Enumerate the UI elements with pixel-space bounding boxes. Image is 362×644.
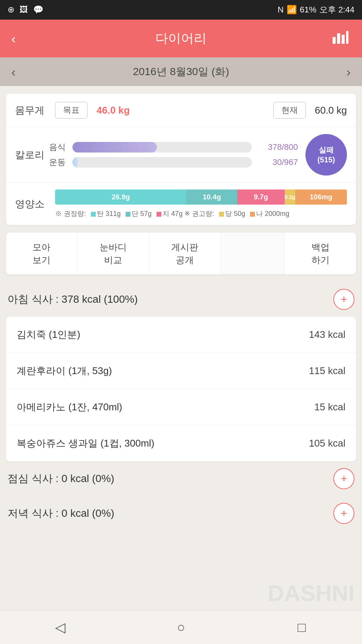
recents-nav-button[interactable]: □	[287, 616, 317, 639]
home-nav-button[interactable]: ○	[166, 616, 196, 639]
current-date: 2016년 8월30일 (화)	[133, 65, 229, 79]
dinner-title: 저녁 식사 : 0 kcal (0%)	[8, 506, 114, 521]
goal-button[interactable]: 목표	[55, 102, 87, 119]
meal-item-name: 계란후라이 (1개, 53g)	[17, 364, 112, 377]
lunch-header: 점심 식사 : 0 kcal (0%) +	[6, 461, 356, 496]
food-calorie-nums: 378/800	[256, 142, 298, 152]
meal-item-name: 복숭아쥬스 생과일 (1컵, 300ml)	[17, 437, 155, 450]
next-date-button[interactable]: ›	[347, 65, 351, 79]
backup-button[interactable]: 백업하기	[285, 233, 356, 274]
nutrition-label: 영양소	[15, 197, 49, 211]
current-button[interactable]: 현재	[273, 102, 306, 119]
carb-bar: 26.9g	[55, 190, 186, 205]
current-value: 60.0 kg	[315, 105, 347, 116]
app-header: ‹ 다이어리	[0, 20, 362, 57]
empty-button	[221, 233, 285, 274]
board-public-button[interactable]: 게시판공개	[149, 233, 221, 274]
calorie-label: 칼로리	[15, 148, 49, 162]
weight-row: 몸무게 목표 46.0 kg 현재 60.0 kg	[6, 94, 356, 127]
food-bar-container	[72, 142, 252, 153]
sugar-bar: 0.2g	[285, 190, 295, 205]
breakfast-add-button[interactable]: +	[333, 289, 354, 310]
lunch-title: 점심 식사 : 0 kcal (0%)	[8, 471, 114, 486]
meal-item[interactable]: 복숭아쥬스 생과일 (1컵, 300ml) 105 kcal	[6, 425, 356, 461]
weight-label: 몸무게	[15, 104, 49, 117]
meal-item[interactable]: 계란후라이 (1개, 53g) 115 kcal	[6, 353, 356, 389]
meal-item-name: 아메리카노 (1잔, 470ml)	[17, 401, 122, 414]
calorie-content: 음식 378/800 운동 30/967	[49, 142, 298, 168]
chart-button[interactable]	[332, 29, 351, 48]
svg-rect-1	[337, 33, 340, 44]
summary-card: 몸무게 목표 46.0 kg 현재 60.0 kg 칼로리 음식 378/800…	[6, 94, 356, 225]
exercise-calorie-nums: 30/967	[256, 157, 298, 167]
collect-view-button[interactable]: 모아보기	[6, 233, 78, 274]
svg-rect-2	[342, 35, 345, 44]
meal-item-kcal: 15 kcal	[314, 401, 345, 413]
exercise-calorie-item: 운동 30/967	[49, 157, 298, 168]
circle-value: (515)	[318, 155, 335, 165]
talk-icon: 💬	[33, 5, 43, 15]
fat-bar: 9.7g	[237, 190, 285, 205]
back-button[interactable]: ‹	[11, 31, 30, 46]
food-bar-fill	[72, 142, 157, 153]
u-icon: ⊕	[8, 5, 14, 15]
meal-item-kcal: 115 kcal	[309, 365, 345, 377]
date-navigation: ‹ 2016년 8월30일 (화) ›	[0, 57, 362, 86]
goal-value: 46.0 kg	[97, 105, 130, 116]
breakfast-title: 아침 식사 : 378 kcal (100%)	[8, 292, 138, 307]
lunch-add-button[interactable]: +	[333, 468, 354, 489]
img-icon: 🖼	[20, 5, 28, 15]
watermark: DASHNI	[268, 580, 354, 606]
breakfast-items-card: 김치죽 (1인분) 143 kcal 계란후라이 (1개, 53g) 115 k…	[6, 317, 356, 461]
exercise-label: 운동	[49, 157, 68, 168]
svg-rect-3	[346, 31, 348, 44]
dinner-header: 저녁 식사 : 0 kcal (0%) +	[6, 496, 356, 531]
meal-item-kcal: 105 kcal	[309, 438, 345, 449]
action-buttons-bar: 모아보기 눈바디비교 게시판공개 백업하기	[6, 233, 356, 274]
circle-label: 실패	[319, 145, 334, 155]
dinner-add-button[interactable]: +	[333, 503, 354, 524]
time-label: 오후 2:44	[319, 4, 354, 15]
calorie-row: 칼로리 음식 378/800 운동 30/967 실패 (515)	[6, 127, 356, 183]
meal-item-kcal: 143 kcal	[309, 329, 345, 340]
nfc-icon: N	[278, 5, 284, 15]
status-icons-left: ⊕ 🖼 💬	[8, 5, 43, 15]
meal-item-name: 김치죽 (1인분)	[17, 328, 80, 341]
calorie-circle: 실패 (515)	[305, 134, 347, 176]
sodium-bar: 106mg	[295, 190, 347, 205]
status-bar: ⊕ 🖼 💬 N 📶 61% 오후 2:44	[0, 0, 362, 20]
bottom-navigation: ◁ ○ □	[0, 610, 362, 644]
meal-item[interactable]: 김치죽 (1인분) 143 kcal	[6, 317, 356, 353]
exercise-bar-container	[72, 157, 252, 168]
nutrition-row: 영양소 26.9g 10.4g 9.7g 0.2g 106mg ※ 권장량: 탄…	[6, 183, 356, 225]
food-label: 음식	[49, 142, 68, 153]
meal-item[interactable]: 아메리카노 (1잔, 470ml) 15 kcal	[6, 389, 356, 425]
food-calorie-item: 음식 378/800	[49, 142, 298, 153]
page-title: 다이어리	[30, 30, 332, 47]
meal-sections: 아침 식사 : 378 kcal (100%) + 김치죽 (1인분) 143 …	[6, 282, 356, 531]
protein-bar: 10.4g	[186, 190, 237, 205]
signal-icon: 📶	[287, 5, 297, 15]
exercise-bar-fill	[72, 157, 78, 168]
battery-label: 61%	[300, 5, 316, 15]
prev-date-button[interactable]: ‹	[11, 65, 15, 79]
breakfast-header: 아침 식사 : 378 kcal (100%) +	[6, 282, 356, 317]
eyebody-compare-button[interactable]: 눈바디비교	[78, 233, 149, 274]
nutrition-bars: 26.9g 10.4g 9.7g 0.2g 106mg	[55, 190, 347, 205]
back-nav-button[interactable]: ◁	[45, 616, 75, 639]
nutrition-note: ※ 권장량: 탄 311g 단 57g 지 47g ※ 권고량: 당 50g 나…	[55, 209, 347, 218]
svg-rect-0	[333, 37, 336, 44]
status-icons-right: N 📶 61% 오후 2:44	[278, 4, 354, 15]
